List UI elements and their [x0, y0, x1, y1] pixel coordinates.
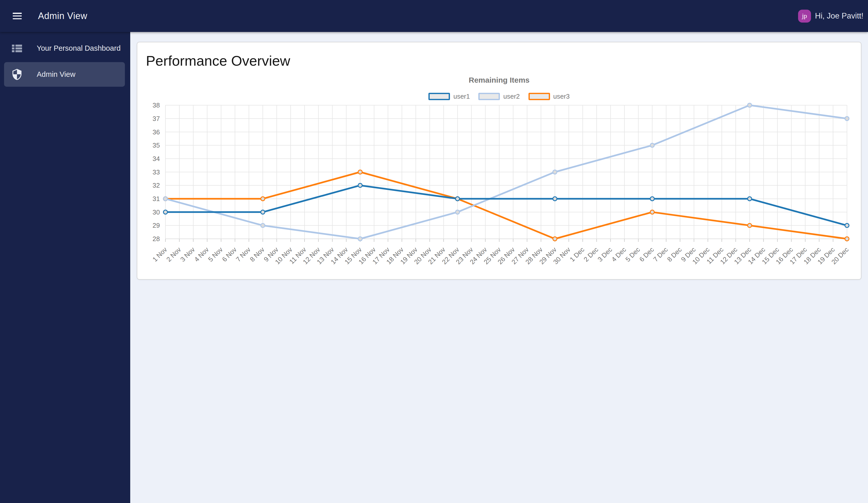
- data-point-user1: [456, 197, 459, 201]
- view-list-icon: [11, 44, 23, 52]
- svg-text:34: 34: [153, 155, 160, 162]
- data-point-user3: [650, 210, 654, 214]
- svg-text:6 Dec: 6 Dec: [638, 246, 655, 263]
- legend-swatch: [528, 93, 550, 100]
- sidebar-item-personal-dashboard[interactable]: Your Personal Dashboard: [0, 36, 130, 61]
- svg-text:32: 32: [153, 182, 160, 189]
- sidebar-item-label: Admin View: [37, 70, 75, 79]
- data-point-user3: [845, 237, 849, 241]
- data-point-user1: [163, 210, 167, 214]
- data-point-user2: [358, 237, 362, 241]
- data-point-user2: [456, 210, 459, 214]
- data-point-user3: [358, 170, 362, 174]
- avatar-initials: jp: [802, 12, 807, 20]
- sidebar-item-admin-view[interactable]: Admin View: [4, 62, 125, 87]
- chart-title: Remaining Items: [137, 76, 861, 84]
- svg-text:2 Dec: 2 Dec: [582, 246, 600, 263]
- svg-text:33: 33: [153, 168, 160, 176]
- svg-text:2 Nov: 2 Nov: [165, 246, 183, 263]
- main-content: Performance Overview 2829303132333435363…: [130, 32, 868, 503]
- page-title: Admin View: [38, 11, 87, 21]
- svg-text:8 Nov: 8 Nov: [248, 246, 266, 263]
- svg-text:28: 28: [153, 235, 160, 243]
- performance-card: Performance Overview 2829303132333435363…: [137, 42, 861, 280]
- svg-text:37: 37: [153, 115, 160, 122]
- svg-text:38: 38: [153, 101, 160, 109]
- data-point-user1: [650, 197, 654, 201]
- legend-label: user2: [503, 92, 520, 100]
- series-user3: [163, 170, 849, 241]
- legend-item-user3[interactable]: user3: [528, 92, 570, 100]
- data-point-user1: [845, 223, 849, 228]
- x-axis-labels: 1 Nov2 Nov3 Nov4 Nov5 Nov6 Nov7 Nov8 Nov…: [151, 246, 850, 266]
- app-header: Admin View jp Hi, Joe Pavitt!: [0, 0, 868, 32]
- avatar[interactable]: jp: [798, 10, 811, 22]
- x-tick-marks: [165, 239, 847, 242]
- svg-text:4 Nov: 4 Nov: [193, 246, 210, 263]
- svg-text:7 Nov: 7 Nov: [234, 246, 252, 263]
- svg-text:35: 35: [153, 141, 160, 149]
- y-axis-labels: 2829303132333435363738: [153, 101, 160, 243]
- shield-icon: [11, 68, 23, 82]
- data-point-user2: [845, 117, 849, 121]
- legend-swatch: [478, 93, 500, 100]
- user-area: jp Hi, Joe Pavitt!: [798, 10, 864, 22]
- legend-label: user3: [553, 92, 570, 100]
- sidebar-item-label: Your Personal Dashboard: [37, 44, 121, 52]
- svg-text:3 Nov: 3 Nov: [179, 246, 196, 263]
- svg-text:4 Dec: 4 Dec: [610, 246, 628, 263]
- data-point-user2: [553, 170, 557, 174]
- legend-item-user2[interactable]: user2: [478, 92, 520, 100]
- svg-text:29: 29: [153, 222, 160, 229]
- data-point-user1: [358, 183, 362, 187]
- data-point-user2: [163, 197, 167, 201]
- data-point-user3: [748, 223, 752, 228]
- svg-text:7 Dec: 7 Dec: [652, 246, 669, 263]
- chart-legend: user1user2user3: [137, 92, 861, 100]
- data-point-user1: [261, 210, 265, 214]
- data-point-user2: [650, 143, 654, 147]
- svg-text:36: 36: [153, 128, 160, 136]
- svg-text:5 Nov: 5 Nov: [207, 246, 224, 263]
- series-line-user3: [165, 172, 847, 239]
- svg-text:5 Dec: 5 Dec: [624, 246, 641, 263]
- svg-text:6 Nov: 6 Nov: [220, 246, 238, 263]
- menu-icon[interactable]: [13, 13, 22, 19]
- legend-item-user1[interactable]: user1: [428, 92, 470, 100]
- svg-text:8 Dec: 8 Dec: [665, 246, 683, 263]
- svg-text:30: 30: [153, 208, 160, 216]
- data-point-user2: [261, 223, 265, 228]
- data-point-user2: [748, 103, 752, 107]
- legend-swatch: [428, 93, 450, 100]
- legend-label: user1: [453, 92, 470, 100]
- svg-text:3 Dec: 3 Dec: [596, 246, 614, 263]
- sidebar: Your Personal Dashboard Admin View: [0, 32, 130, 503]
- data-point-user3: [261, 197, 265, 201]
- data-point-user1: [553, 197, 557, 201]
- series-user1: [163, 183, 849, 228]
- svg-text:1 Nov: 1 Nov: [151, 246, 168, 263]
- svg-text:31: 31: [153, 195, 160, 203]
- user-greeting: Hi, Joe Pavitt!: [815, 11, 864, 21]
- data-point-user3: [553, 237, 557, 241]
- data-point-user1: [748, 197, 752, 201]
- svg-text:1 Dec: 1 Dec: [568, 246, 586, 263]
